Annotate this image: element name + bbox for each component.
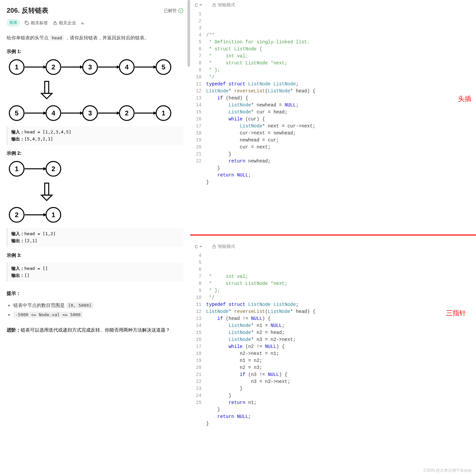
code-line: * struct ListNode *next; (206, 60, 475, 67)
line-number: 14 (191, 102, 201, 109)
mode-label[interactable]: 智能模式 (212, 2, 235, 8)
line-number: 14 (191, 322, 201, 329)
svg-text:A: A (81, 22, 83, 25)
line-number: 17 (191, 123, 201, 130)
code-line: n2->next = n1; (206, 350, 475, 357)
line-number: 7 (191, 53, 201, 60)
line-number: 21 (191, 151, 201, 158)
line-number: 5 (191, 259, 201, 266)
font-size-button[interactable]: Aa (81, 21, 85, 25)
code-line: } (206, 179, 475, 186)
line-number: 21 (191, 371, 201, 378)
mode-label[interactable]: 智能模式 (212, 244, 235, 250)
line-number: 13 (191, 95, 201, 102)
code-line: if (head) { (206, 95, 475, 102)
code-line: } (206, 165, 475, 172)
line-number: 9 (191, 287, 201, 294)
line-number: 23 (191, 385, 201, 392)
line-number: 18 (191, 130, 201, 137)
svg-point-1 (26, 22, 26, 22)
svg-text:1: 1 (161, 109, 165, 117)
difficulty-badge[interactable]: 简单 (7, 19, 20, 27)
code-line: cur = next; (206, 144, 475, 151)
line-number: 12 (191, 308, 201, 315)
svg-text:5: 5 (161, 63, 165, 71)
code-line: ListNode* n3 = n2->next; (206, 336, 475, 343)
line-number: 10 (191, 294, 201, 301)
svg-text:2: 2 (51, 63, 55, 71)
code-line: while (n2 != NULL) { (206, 343, 475, 350)
code-line: * }; (206, 287, 475, 294)
code-line: } (206, 406, 475, 413)
code-editor[interactable]: 45678910111213141516171819202122232425 三… (190, 252, 476, 476)
line-number: 11 (191, 81, 201, 88)
lock-icon (212, 3, 216, 7)
tag-icon (25, 21, 29, 25)
language-selector[interactable]: C (195, 244, 202, 249)
check-circle-icon (178, 8, 183, 13)
code-line: * int val; (206, 273, 475, 280)
code-line: ListNode* reverseList(ListNode* head) { (206, 88, 475, 95)
code-line: return NULL; (206, 413, 475, 420)
svg-text:2: 2 (51, 165, 55, 172)
hints-list: 链表中节点的数目范围是 [0, 5000]-5000 <= Node.val <… (7, 301, 183, 319)
font-size-icon: Aa (81, 21, 85, 25)
line-number: 20 (191, 144, 201, 151)
code-line: typedef struct ListNode ListNode; (206, 301, 475, 308)
code-line: while (cur) { (206, 116, 475, 123)
language-selector[interactable]: C (195, 3, 202, 8)
code-line: cur->next = newhead; (206, 130, 475, 137)
svg-rect-49 (45, 183, 49, 195)
code-line: */ (206, 294, 475, 301)
svg-marker-24 (41, 93, 52, 99)
line-number: 7 (191, 273, 201, 280)
hints-header: 提示： (7, 291, 183, 297)
line-number: 8 (191, 280, 201, 287)
code-line: * int val; (206, 53, 475, 60)
example-io: 输入：head = [1,2,3,4,5]输出：[5,4,3,2,1] (7, 126, 183, 145)
editor-bottom: C 智能模式 456789101112131415161718192021222… (190, 235, 476, 476)
code-line: ListNode* next = cur->next; (206, 123, 475, 130)
line-number: 13 (191, 315, 201, 322)
code-line: ListNode* cur = head; (206, 109, 475, 116)
line-number: 22 (191, 158, 201, 165)
svg-text:2: 2 (125, 109, 128, 117)
svg-rect-58 (213, 246, 215, 248)
annotation-label: 三指针 (446, 310, 466, 317)
code-line: ListNode* n2 = head; (206, 329, 475, 336)
line-number: 10 (191, 74, 201, 81)
code-editors-panel: C 智能模式 123456789101112131415161718192021… (190, 0, 476, 476)
code-line: * }; (206, 67, 475, 74)
editor-top: C 智能模式 123456789101112131415161718192021… (190, 0, 476, 235)
line-number: 16 (191, 116, 201, 123)
svg-text:3: 3 (88, 109, 92, 117)
line-number: 2 (191, 18, 201, 25)
code-line: } (206, 151, 475, 158)
code-line: /** (206, 32, 475, 39)
code-line: newhead = cur; (206, 137, 475, 144)
line-number: 11 (191, 301, 201, 308)
tags-button[interactable]: 相关标签 (25, 20, 48, 26)
code-line: typedef struct ListNode ListNode; (206, 81, 475, 88)
arrow-down-icon (40, 80, 183, 101)
code-editor[interactable]: 12345678910111213141516171819202122 头插 /… (190, 10, 476, 234)
code-line: } (206, 420, 475, 427)
code-line: } (206, 392, 475, 399)
svg-text:1: 1 (15, 63, 18, 71)
example-header: 示例 3: (7, 253, 183, 259)
linked-list-diagram: 12 (7, 160, 183, 178)
line-number: 17 (191, 343, 201, 350)
code-line: ListNode* n1 = NULL; (206, 322, 475, 329)
scrollbar[interactable] (187, 0, 190, 67)
companies-button[interactable]: 相关企业 (53, 20, 76, 26)
line-number: 12 (191, 88, 201, 95)
watermark: CSDN @念来过倒字名qwq (423, 468, 471, 473)
line-number: 1 (191, 11, 201, 18)
code-line: if (head != NULL) { (206, 315, 475, 322)
line-number: 25 (191, 399, 201, 406)
hint-item: 链表中节点的数目范围是 [0, 5000] (13, 301, 183, 310)
lock-icon (212, 244, 216, 249)
linked-list-diagram: 21 (7, 206, 183, 224)
code-line: } (206, 385, 475, 392)
line-number: 22 (191, 378, 201, 385)
